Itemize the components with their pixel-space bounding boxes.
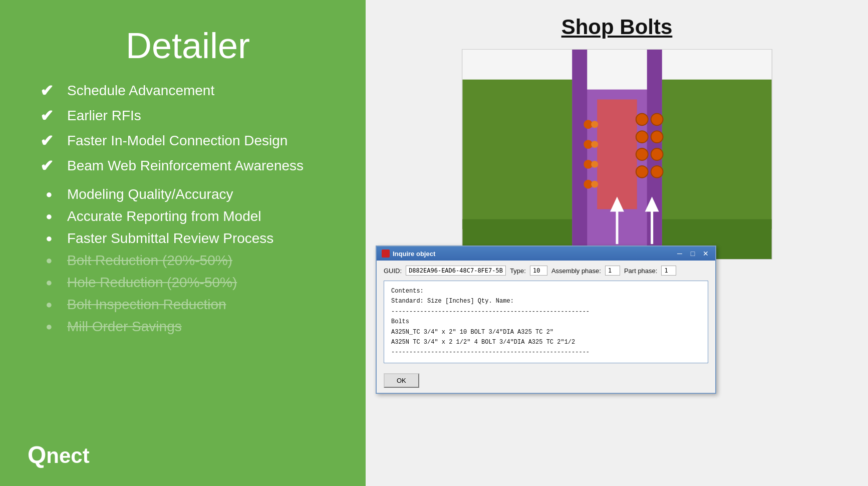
dialog-window-controls[interactable]: ─ □ ✕: [675, 250, 710, 258]
contents-line: ----------------------------------------…: [391, 307, 701, 317]
contents-line: Contents:: [391, 286, 701, 296]
part-phase-label: Part phase:: [624, 267, 658, 275]
svg-point-24: [651, 148, 663, 160]
svg-rect-7: [572, 50, 587, 259]
list-item: ● Faster Submittal Review Process: [40, 230, 336, 247]
guid-input[interactable]: [406, 266, 506, 276]
type-label: Type:: [510, 267, 526, 275]
checkmark-icon: ✔: [40, 156, 58, 175]
model-svg: [462, 50, 772, 259]
dialog-titlebar: Inquire object ─ □ ✕: [377, 247, 715, 261]
svg-point-25: [636, 166, 648, 178]
checkmark-icon: ✔: [40, 131, 58, 150]
guid-label: GUID:: [384, 267, 402, 275]
checked-item-label: Schedule Advancement: [67, 83, 214, 99]
model-view: [462, 49, 772, 260]
dialog-title-left: Inquire object: [382, 250, 435, 258]
svg-point-23: [636, 148, 648, 160]
list-item: ✔ Schedule Advancement: [40, 81, 336, 100]
bullet-item-label: Mill Order Savings: [67, 319, 182, 335]
right-panel: Shop Bolts: [366, 0, 868, 486]
bullet-icon: ●: [40, 298, 58, 311]
bullet-icon: ●: [40, 254, 58, 267]
maximize-button[interactable]: □: [688, 250, 697, 258]
close-button[interactable]: ✕: [701, 250, 710, 258]
bullet-item-label: Bolt Reduction (20%-50%): [67, 253, 232, 269]
part-phase-input[interactable]: [661, 266, 676, 276]
checked-item-label: Faster In-Model Connection Design: [67, 133, 287, 149]
list-item-faded: ● Bolt Inspection Reduction: [40, 297, 336, 313]
checked-item-label: Beam Web Reinforcement Awareness: [67, 158, 304, 174]
svg-point-15: [591, 121, 598, 128]
bullet-item-label: Modeling Quality/Accuracy: [67, 186, 233, 202]
svg-rect-10: [597, 100, 637, 209]
logo: Qnect: [28, 441, 90, 468]
bullet-list: ● Modeling Quality/Accuracy ● Accurate R…: [40, 186, 336, 341]
list-item: ● Modeling Quality/Accuracy: [40, 186, 336, 202]
list-item: ● Accurate Reporting from Model: [40, 208, 336, 224]
bullet-icon: ●: [40, 188, 58, 201]
logo-rest: nect: [46, 444, 89, 467]
contents-line: Standard: Size [Inches] Qty. Name:: [391, 296, 701, 306]
assembly-phase-input[interactable]: [605, 266, 620, 276]
bullet-item-label: Hole Reduction (20%-50%): [67, 275, 237, 291]
list-item-faded: ● Bolt Reduction (20%-50%): [40, 253, 336, 269]
checkmark-icon: ✔: [40, 81, 58, 100]
checked-list: ✔ Schedule Advancement ✔ Earlier RFIs ✔ …: [40, 81, 336, 181]
section-title: Shop Bolts: [561, 15, 673, 39]
bullet-item-label: Bolt Inspection Reduction: [67, 297, 226, 313]
dialog-app-icon: [382, 250, 390, 258]
contents-line: A325N TC 3/4" x 2 1/2" 4 BOLT 3/4"DIA A3…: [391, 337, 701, 347]
svg-point-17: [591, 161, 598, 168]
svg-point-22: [651, 131, 663, 143]
logo-text: Qnect: [28, 444, 90, 467]
bullet-icon: ●: [40, 210, 58, 223]
svg-point-20: [651, 113, 663, 125]
svg-point-19: [636, 113, 648, 125]
bullet-icon: ●: [40, 320, 58, 333]
list-item-faded: ● Mill Order Savings: [40, 319, 336, 335]
svg-point-21: [636, 131, 648, 143]
contents-line: A325N_TC 3/4" x 2" 10 BOLT 3/4"DIA A325 …: [391, 327, 701, 337]
contents-line: Bolts: [391, 317, 701, 327]
bullet-icon: ●: [40, 232, 58, 245]
dialog-title-text: Inquire object: [393, 250, 435, 258]
contents-line: ----------------------------------------…: [391, 347, 701, 357]
minimize-button[interactable]: ─: [675, 250, 684, 258]
type-input[interactable]: [530, 266, 547, 276]
dialog-body: GUID: Type: Assembly phase: Part phase: …: [377, 261, 715, 368]
dialog-fields-row: GUID: Type: Assembly phase: Part phase:: [384, 266, 708, 276]
list-item-faded: ● Hole Reduction (20%-50%): [40, 275, 336, 291]
bullet-item-label: Accurate Reporting from Model: [67, 208, 261, 224]
list-item: ✔ Earlier RFIs: [40, 106, 336, 125]
svg-point-26: [651, 166, 663, 178]
dialog-footer: OK: [377, 368, 715, 393]
svg-rect-9: [587, 50, 647, 90]
assembly-phase-label: Assembly phase:: [551, 267, 601, 275]
svg-point-18: [591, 181, 598, 188]
checked-item-label: Earlier RFIs: [67, 108, 141, 124]
bullet-icon: ●: [40, 276, 58, 289]
bullet-item-label: Faster Submittal Review Process: [67, 230, 273, 247]
inquire-object-dialog: Inquire object ─ □ ✕ GUID: Type: Assembl…: [376, 246, 716, 394]
svg-point-16: [591, 141, 598, 148]
ok-button[interactable]: OK: [384, 373, 419, 388]
contents-box: Contents: Standard: Size [Inches] Qty. N…: [384, 281, 708, 363]
list-item: ✔ Faster In-Model Connection Design: [40, 131, 336, 150]
list-item: ✔ Beam Web Reinforcement Awareness: [40, 156, 336, 175]
left-panel: Detailer ✔ Schedule Advancement ✔ Earlie…: [0, 0, 366, 486]
page-title: Detailer: [40, 25, 336, 66]
logo-q-letter: Q: [28, 441, 46, 468]
checkmark-icon: ✔: [40, 106, 58, 125]
